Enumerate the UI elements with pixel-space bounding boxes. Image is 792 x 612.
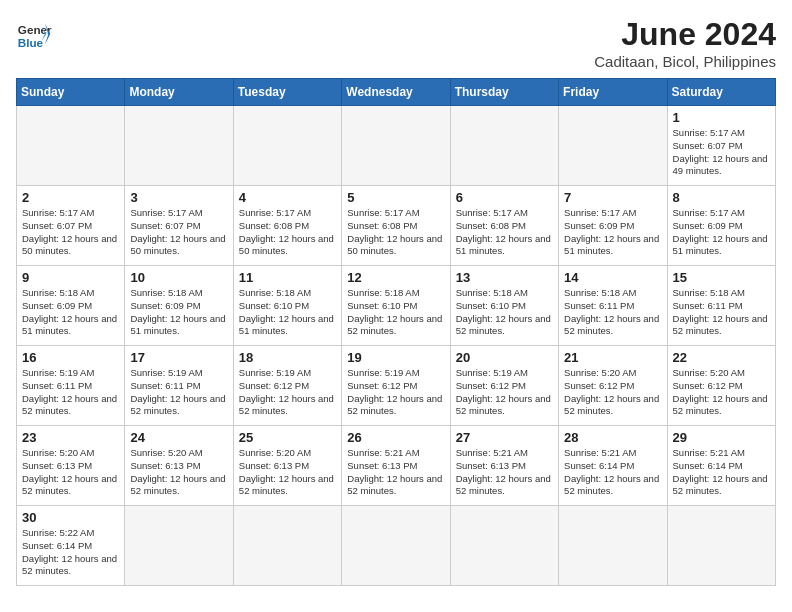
day-number: 16 xyxy=(22,350,119,365)
day-number: 20 xyxy=(456,350,553,365)
cell-info: Sunrise: 5:18 AM Sunset: 6:09 PM Dayligh… xyxy=(130,287,227,338)
table-row: 25Sunrise: 5:20 AM Sunset: 6:13 PM Dayli… xyxy=(233,426,341,506)
calendar-week-row: 9Sunrise: 5:18 AM Sunset: 6:09 PM Daylig… xyxy=(17,266,776,346)
cell-info: Sunrise: 5:19 AM Sunset: 6:11 PM Dayligh… xyxy=(130,367,227,418)
day-number: 5 xyxy=(347,190,444,205)
day-number: 21 xyxy=(564,350,661,365)
table-row: 9Sunrise: 5:18 AM Sunset: 6:09 PM Daylig… xyxy=(17,266,125,346)
day-number: 9 xyxy=(22,270,119,285)
svg-text:Blue: Blue xyxy=(18,36,44,49)
day-number: 14 xyxy=(564,270,661,285)
cell-info: Sunrise: 5:21 AM Sunset: 6:14 PM Dayligh… xyxy=(673,447,770,498)
table-row: 2Sunrise: 5:17 AM Sunset: 6:07 PM Daylig… xyxy=(17,186,125,266)
day-number: 8 xyxy=(673,190,770,205)
cell-info: Sunrise: 5:19 AM Sunset: 6:12 PM Dayligh… xyxy=(456,367,553,418)
cell-info: Sunrise: 5:21 AM Sunset: 6:13 PM Dayligh… xyxy=(456,447,553,498)
day-number: 3 xyxy=(130,190,227,205)
day-number: 25 xyxy=(239,430,336,445)
day-number: 1 xyxy=(673,110,770,125)
table-row xyxy=(233,506,341,586)
table-row: 26Sunrise: 5:21 AM Sunset: 6:13 PM Dayli… xyxy=(342,426,450,506)
cell-info: Sunrise: 5:17 AM Sunset: 6:08 PM Dayligh… xyxy=(239,207,336,258)
day-number: 28 xyxy=(564,430,661,445)
table-row: 23Sunrise: 5:20 AM Sunset: 6:13 PM Dayli… xyxy=(17,426,125,506)
table-row xyxy=(342,106,450,186)
day-number: 22 xyxy=(673,350,770,365)
cell-info: Sunrise: 5:17 AM Sunset: 6:09 PM Dayligh… xyxy=(564,207,661,258)
table-row: 13Sunrise: 5:18 AM Sunset: 6:10 PM Dayli… xyxy=(450,266,558,346)
day-number: 15 xyxy=(673,270,770,285)
cell-info: Sunrise: 5:19 AM Sunset: 6:11 PM Dayligh… xyxy=(22,367,119,418)
calendar-header-row: Sunday Monday Tuesday Wednesday Thursday… xyxy=(17,79,776,106)
col-monday: Monday xyxy=(125,79,233,106)
day-number: 19 xyxy=(347,350,444,365)
table-row: 19Sunrise: 5:19 AM Sunset: 6:12 PM Dayli… xyxy=(342,346,450,426)
table-row xyxy=(450,106,558,186)
day-number: 13 xyxy=(456,270,553,285)
cell-info: Sunrise: 5:18 AM Sunset: 6:10 PM Dayligh… xyxy=(456,287,553,338)
table-row xyxy=(125,506,233,586)
day-number: 26 xyxy=(347,430,444,445)
cell-info: Sunrise: 5:19 AM Sunset: 6:12 PM Dayligh… xyxy=(239,367,336,418)
col-saturday: Saturday xyxy=(667,79,775,106)
table-row: 17Sunrise: 5:19 AM Sunset: 6:11 PM Dayli… xyxy=(125,346,233,426)
table-row: 12Sunrise: 5:18 AM Sunset: 6:10 PM Dayli… xyxy=(342,266,450,346)
day-number: 17 xyxy=(130,350,227,365)
calendar-week-row: 16Sunrise: 5:19 AM Sunset: 6:11 PM Dayli… xyxy=(17,346,776,426)
table-row: 3Sunrise: 5:17 AM Sunset: 6:07 PM Daylig… xyxy=(125,186,233,266)
title-block: June 2024 Caditaan, Bicol, Philippines xyxy=(594,16,776,70)
cell-info: Sunrise: 5:21 AM Sunset: 6:13 PM Dayligh… xyxy=(347,447,444,498)
day-number: 30 xyxy=(22,510,119,525)
cell-info: Sunrise: 5:20 AM Sunset: 6:13 PM Dayligh… xyxy=(130,447,227,498)
table-row: 22Sunrise: 5:20 AM Sunset: 6:12 PM Dayli… xyxy=(667,346,775,426)
day-number: 2 xyxy=(22,190,119,205)
logo: General Blue xyxy=(16,16,52,52)
calendar-week-row: 30Sunrise: 5:22 AM Sunset: 6:14 PM Dayli… xyxy=(17,506,776,586)
table-row: 14Sunrise: 5:18 AM Sunset: 6:11 PM Dayli… xyxy=(559,266,667,346)
table-row xyxy=(17,106,125,186)
cell-info: Sunrise: 5:17 AM Sunset: 6:07 PM Dayligh… xyxy=(130,207,227,258)
cell-info: Sunrise: 5:21 AM Sunset: 6:14 PM Dayligh… xyxy=(564,447,661,498)
day-number: 27 xyxy=(456,430,553,445)
table-row xyxy=(450,506,558,586)
table-row: 28Sunrise: 5:21 AM Sunset: 6:14 PM Dayli… xyxy=(559,426,667,506)
table-row: 11Sunrise: 5:18 AM Sunset: 6:10 PM Dayli… xyxy=(233,266,341,346)
table-row: 5Sunrise: 5:17 AM Sunset: 6:08 PM Daylig… xyxy=(342,186,450,266)
month-year-title: June 2024 xyxy=(594,16,776,53)
day-number: 7 xyxy=(564,190,661,205)
col-tuesday: Tuesday xyxy=(233,79,341,106)
col-sunday: Sunday xyxy=(17,79,125,106)
cell-info: Sunrise: 5:18 AM Sunset: 6:10 PM Dayligh… xyxy=(347,287,444,338)
table-row: 30Sunrise: 5:22 AM Sunset: 6:14 PM Dayli… xyxy=(17,506,125,586)
table-row: 21Sunrise: 5:20 AM Sunset: 6:12 PM Dayli… xyxy=(559,346,667,426)
table-row: 4Sunrise: 5:17 AM Sunset: 6:08 PM Daylig… xyxy=(233,186,341,266)
cell-info: Sunrise: 5:18 AM Sunset: 6:11 PM Dayligh… xyxy=(673,287,770,338)
cell-info: Sunrise: 5:17 AM Sunset: 6:08 PM Dayligh… xyxy=(347,207,444,258)
cell-info: Sunrise: 5:20 AM Sunset: 6:12 PM Dayligh… xyxy=(673,367,770,418)
day-number: 6 xyxy=(456,190,553,205)
cell-info: Sunrise: 5:20 AM Sunset: 6:13 PM Dayligh… xyxy=(22,447,119,498)
table-row: 24Sunrise: 5:20 AM Sunset: 6:13 PM Dayli… xyxy=(125,426,233,506)
logo-icon: General Blue xyxy=(16,16,52,52)
table-row: 18Sunrise: 5:19 AM Sunset: 6:12 PM Dayli… xyxy=(233,346,341,426)
day-number: 12 xyxy=(347,270,444,285)
calendar-week-row: 2Sunrise: 5:17 AM Sunset: 6:07 PM Daylig… xyxy=(17,186,776,266)
table-row: 20Sunrise: 5:19 AM Sunset: 6:12 PM Dayli… xyxy=(450,346,558,426)
table-row xyxy=(233,106,341,186)
cell-info: Sunrise: 5:18 AM Sunset: 6:09 PM Dayligh… xyxy=(22,287,119,338)
cell-info: Sunrise: 5:18 AM Sunset: 6:11 PM Dayligh… xyxy=(564,287,661,338)
table-row: 16Sunrise: 5:19 AM Sunset: 6:11 PM Dayli… xyxy=(17,346,125,426)
table-row xyxy=(125,106,233,186)
svg-text:General: General xyxy=(18,23,52,36)
day-number: 18 xyxy=(239,350,336,365)
table-row: 8Sunrise: 5:17 AM Sunset: 6:09 PM Daylig… xyxy=(667,186,775,266)
table-row: 15Sunrise: 5:18 AM Sunset: 6:11 PM Dayli… xyxy=(667,266,775,346)
table-row: 7Sunrise: 5:17 AM Sunset: 6:09 PM Daylig… xyxy=(559,186,667,266)
page-header: General Blue June 2024 Caditaan, Bicol, … xyxy=(16,16,776,70)
day-number: 10 xyxy=(130,270,227,285)
cell-info: Sunrise: 5:17 AM Sunset: 6:07 PM Dayligh… xyxy=(22,207,119,258)
day-number: 11 xyxy=(239,270,336,285)
table-row: 6Sunrise: 5:17 AM Sunset: 6:08 PM Daylig… xyxy=(450,186,558,266)
calendar-table: Sunday Monday Tuesday Wednesday Thursday… xyxy=(16,78,776,586)
day-number: 4 xyxy=(239,190,336,205)
